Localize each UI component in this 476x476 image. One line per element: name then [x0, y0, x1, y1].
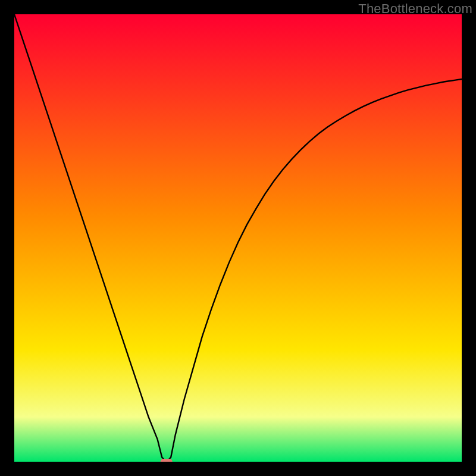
- chart-frame: [14, 14, 462, 462]
- gradient-background: [14, 14, 462, 462]
- watermark-text: TheBottleneck.com: [358, 1, 472, 17]
- bottleneck-chart: [14, 14, 462, 462]
- optimal-point-marker: [161, 459, 173, 462]
